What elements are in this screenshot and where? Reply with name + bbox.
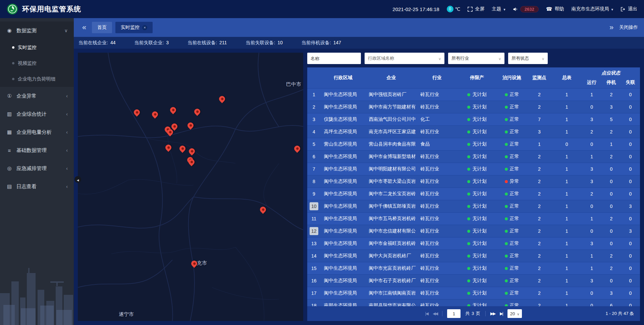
status-dot-green (505, 205, 508, 208)
page-size-select[interactable]: 20 (507, 309, 522, 318)
table-row[interactable]: 13阆中生态环境局阆中市金福旺页岩机砖砖瓦行业无计划正常21300 (307, 237, 640, 250)
cell-meters: 1 (552, 89, 582, 101)
cell-stop: 5 (602, 113, 621, 126)
cell-region: 阆中生态环境局 (321, 163, 366, 175)
page-number-input[interactable] (447, 309, 461, 318)
tab-close-icon[interactable] (142, 25, 147, 30)
cell-lost: 0 (621, 101, 640, 113)
table-body-scroll[interactable]: 1阆中生态环境局阆中强锐页岩砖厂砖瓦行业无计划正常211202阆中生态环境局阆中… (307, 88, 640, 306)
table-row[interactable]: 6阆中生态环境局阆中市金博瑞新型墙材砖瓦行业无计划正常21120 (307, 151, 640, 163)
cell-meters: 1 (552, 163, 582, 175)
table-row[interactable]: 15阆中生态环境局阆中市光富页岩机砖厂砖瓦行业无计划正常21120 (307, 262, 640, 275)
stat-item: 当前失联设备:10 (246, 40, 282, 46)
pagination-divider (485, 311, 486, 316)
table-row[interactable]: 10阆中生态环境局阆中千佛镇五郎垭页岩砖瓦行业无计划正常21003 (307, 200, 640, 213)
table-row[interactable]: 16阆中生态环境局阆中市石子页岩机砖厂砖瓦行业无计划正常21300 (307, 275, 640, 287)
status-dot-green (467, 217, 470, 220)
col-region[interactable]: 行政区域 (321, 67, 366, 88)
table-row[interactable]: 14阆中生态环境局阆中大兴页岩机砖厂砖瓦行业无计划正常21120 (307, 250, 640, 262)
col-run[interactable]: 运行 (582, 77, 602, 88)
alarm-count-badge[interactable]: 2632 (520, 6, 539, 12)
table-row[interactable]: 8阆中生态环境局阆中市枣碧大梁山页岩砖瓦行业无计划异常21300 (307, 175, 640, 188)
sidebar-item[interactable]: 企业电力负荷明细 (0, 71, 74, 87)
tab-realtime-monitor[interactable]: 实时监控 (115, 22, 153, 33)
region-filter-select[interactable]: 行政区域名称 (365, 53, 444, 64)
sidebar-group[interactable]: ①企业异常‹ (0, 87, 74, 105)
cell-index: 4 (307, 126, 321, 138)
sidebar-group[interactable]: ▤日志查看‹ (0, 177, 74, 196)
sidebar-group-block: ▥企业综合统计‹ (0, 105, 74, 123)
col-meters[interactable]: 总表 (552, 67, 582, 88)
tabs-scroll-right-button[interactable] (607, 23, 616, 32)
cell-limit-status: 无计划 (457, 175, 497, 188)
theme-label: 主题 (492, 6, 501, 12)
sidebar-group[interactable]: ◎应急减排管理‹ (0, 159, 74, 177)
col-company[interactable]: 企业 (366, 67, 417, 88)
theme-dropdown[interactable]: 主题 (492, 6, 505, 12)
status-filter-select[interactable]: 所有状态 (508, 53, 548, 64)
industry-filter-select[interactable]: 所有行业 (448, 53, 504, 64)
limit-status-label: 无计划 (472, 265, 486, 271)
cell-region: 阆中生态环境局 (321, 250, 366, 262)
table-row[interactable]: 5营山生态环境局营山县润丰肉食品有限食品无计划正常10010 (307, 138, 640, 151)
sidebar-group[interactable]: ≡基础数据管理‹ (0, 141, 74, 159)
cell-region: 阆中生态环境局 (321, 275, 366, 287)
map-panel[interactable]: 巴中市南充市遂宁市 (78, 53, 303, 321)
chevron-left-icon: ‹ (66, 148, 68, 153)
fullscreen-button[interactable]: 全屏 (468, 6, 484, 12)
map-collapse-button[interactable] (74, 176, 81, 183)
cell-region: 阆中生态环境局 (321, 287, 366, 300)
table-row[interactable]: 4高坪生态环境局南充市高坪区王家店建砖瓦行业无计划正常31220 (307, 126, 640, 138)
alarm-widget[interactable]: 2632 (513, 6, 539, 12)
sidebar-item[interactable]: 实时监控 (0, 40, 74, 55)
cell-index: 14 (307, 250, 321, 262)
sidebar-group[interactable]: ◉数据监测∨ (0, 21, 74, 40)
first-page-button[interactable] (425, 311, 428, 316)
sidebar-group-block: ◉数据监测∨实时监控视频监控企业电力负荷明细 (0, 21, 74, 87)
next-page-button[interactable] (490, 311, 495, 316)
col-facility[interactable]: 治污设施 (497, 67, 527, 88)
cell-region: 营山生态环境局 (321, 138, 366, 151)
table-row[interactable]: 11阆中生态环境局阆中市五马桥页岩机砖砖瓦行业无计划正常21120 (307, 213, 640, 225)
prev-page-button[interactable] (433, 311, 437, 316)
table-row[interactable]: 7阆中生态环境局阆中明阳建材有限公司砖瓦行业无计划正常21300 (307, 163, 640, 175)
tabs-scroll-left-button[interactable] (80, 23, 89, 32)
close-operations-button[interactable]: 关闭操作 (619, 24, 638, 31)
sidebar-group[interactable]: ▥企业综合统计‹ (0, 105, 74, 123)
name-filter-input[interactable] (307, 53, 361, 64)
last-page-button[interactable] (500, 311, 502, 316)
sidebar-item[interactable]: 视频监控 (0, 55, 74, 71)
status-dot-green (505, 106, 508, 109)
chevron-left-icon (77, 176, 79, 182)
database-icon: ≡ (6, 148, 13, 153)
table-row[interactable]: 17阆中生态环境局阆中市江南镇阆南页岩砖瓦行业无计划正常21030 (307, 287, 640, 300)
organization-dropdown[interactable]: 南充市生态环境局 (571, 6, 613, 12)
chevron-left-icon: ‹ (66, 111, 68, 117)
cell-run: 3 (582, 237, 602, 250)
table-row[interactable]: 3仪陇生态环境局西南油气田分公司川中化工无计划正常71350 (307, 113, 640, 126)
table-row[interactable]: 1阆中生态环境局阆中强锐页岩砖厂砖瓦行业无计划正常21120 (307, 89, 640, 101)
cell-limit-status: 无计划 (457, 101, 497, 113)
chevron-left-icon: ‹ (66, 184, 68, 189)
help-button[interactable]: 帮助 (546, 6, 564, 12)
col-lost[interactable]: 失联 (621, 77, 640, 88)
col-industry[interactable]: 行业 (417, 67, 457, 88)
sidebar-group[interactable]: ▦企业用电量分析‹ (0, 123, 74, 141)
logout-button[interactable]: 退出 (621, 6, 637, 12)
table-row[interactable]: 18南部生态环境局南部县瑞华页岩有限公砖瓦行业无计划正常21060 (307, 300, 640, 307)
cell-index: 16 (307, 275, 321, 287)
col-limit[interactable]: 停限产 (457, 67, 497, 88)
table-row[interactable]: 2阆中生态环境局阆中市南方节能建材有砖瓦行业无计划正常21030 (307, 101, 640, 113)
cell-lost: 0 (621, 163, 640, 175)
tab-home[interactable]: 首页 (92, 22, 112, 33)
col-points[interactable]: 监测点 (527, 67, 552, 88)
facility-status-label: 正常 (510, 278, 519, 283)
cell-industry: 砖瓦行业 (417, 287, 457, 300)
cell-meters: 1 (552, 300, 582, 307)
cell-limit-status: 无计划 (457, 188, 497, 200)
cell-limit-status: 无计划 (457, 287, 497, 300)
col-stop[interactable]: 停机 (602, 77, 621, 88)
table-row[interactable]: 9阆中生态环境局阆中市二龙长宝页岩砖砖瓦行业无计划正常21200 (307, 188, 640, 200)
table-row[interactable]: 12阆中生态环境局阆中市忠信建材有限公砖瓦行业无计划正常21003 (307, 225, 640, 237)
cell-index: 1 (307, 89, 321, 101)
